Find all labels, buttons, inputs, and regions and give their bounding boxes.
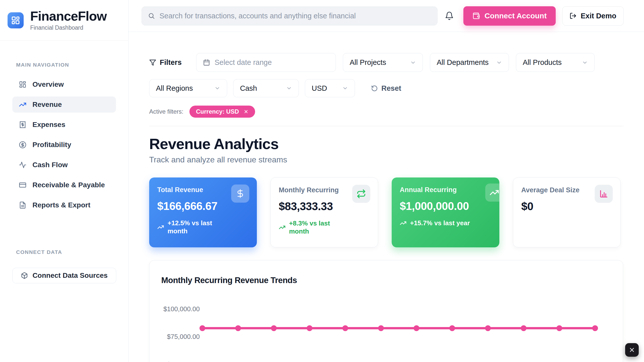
active-filter-chip-label: Currency: USD bbox=[196, 108, 239, 115]
bell-icon[interactable] bbox=[445, 11, 454, 20]
page-title: Revenue Analytics bbox=[149, 135, 624, 153]
departments-select[interactable]: All Departments bbox=[430, 53, 509, 72]
active-filters-label: Active filters: bbox=[149, 108, 183, 115]
trending-up-icon bbox=[490, 188, 499, 197]
chevron-down-icon bbox=[342, 85, 348, 91]
stat-icon-tile bbox=[352, 185, 370, 203]
trending-up-icon bbox=[19, 101, 26, 108]
bar-chart-icon bbox=[599, 189, 609, 199]
chart-data-point[interactable] bbox=[592, 325, 598, 331]
chart-data-point[interactable] bbox=[307, 325, 312, 331]
stat-icon-tile bbox=[231, 185, 249, 203]
search-input[interactable] bbox=[159, 12, 431, 20]
sidebar-item-cash-flow[interactable]: Cash Flow bbox=[12, 157, 116, 173]
connect-data-section-label: CONNECT DATA bbox=[16, 249, 62, 255]
chart-series bbox=[199, 325, 598, 331]
chevron-down-icon bbox=[410, 60, 416, 66]
chart-data-point[interactable] bbox=[556, 325, 562, 331]
filters-title: Filters bbox=[160, 58, 182, 67]
section-divider bbox=[149, 126, 624, 126]
regions-select-value: All Regions bbox=[156, 84, 193, 93]
chart-data-point[interactable] bbox=[342, 325, 348, 331]
products-select[interactable]: All Products bbox=[516, 53, 595, 72]
currency-select-value: USD bbox=[312, 84, 327, 93]
chevron-down-icon bbox=[496, 60, 502, 66]
sidebar-item-revenue[interactable]: Revenue bbox=[12, 97, 116, 113]
y-axis-tick: $75,000.00 bbox=[159, 333, 200, 341]
stat-card-total-revenue: Total Revenue $166,666.67 +12.5% vs last… bbox=[149, 177, 257, 247]
sidebar-item-profitability[interactable]: Profitability bbox=[12, 137, 116, 153]
stat-icon-tile bbox=[485, 184, 499, 202]
stat-change-text: +8.3% vs last month bbox=[289, 219, 341, 235]
stat-change: +12.5% vs last month bbox=[157, 219, 249, 235]
connect-account-button[interactable]: Connect Account bbox=[463, 6, 556, 26]
calendar-icon bbox=[203, 59, 210, 66]
chart-data-point[interactable] bbox=[521, 325, 527, 331]
chart-data-point[interactable] bbox=[485, 325, 491, 331]
connect-data-sources-label: Connect Data Sources bbox=[32, 272, 108, 280]
projects-select-value: All Projects bbox=[350, 58, 386, 67]
chart-data-point[interactable] bbox=[235, 325, 241, 331]
filters-label-group: Filters bbox=[149, 58, 182, 67]
sidebar-item-receivable-payable[interactable]: Receivable & Payable bbox=[12, 177, 116, 193]
filter-funnel-icon bbox=[149, 59, 156, 66]
close-button[interactable] bbox=[625, 343, 639, 357]
search-bar[interactable] bbox=[141, 6, 438, 26]
sidebar-item-reports-export[interactable]: Reports & Export bbox=[12, 197, 116, 213]
sidebar-item-label: Revenue bbox=[32, 101, 62, 109]
regions-select[interactable]: All Regions bbox=[149, 79, 227, 97]
filters-row-2: All Regions Cash USD Reset bbox=[149, 79, 624, 97]
sidebar-item-label: Expenses bbox=[32, 121, 65, 129]
sidebar-item-label: Reports & Export bbox=[32, 201, 90, 209]
receipt-icon bbox=[19, 121, 26, 128]
sidebar-item-label: Overview bbox=[32, 80, 64, 88]
trending-up-icon bbox=[157, 224, 164, 231]
stat-change: +8.3% vs last month bbox=[279, 219, 370, 235]
payment-type-select[interactable]: Cash bbox=[233, 79, 299, 97]
page-subtitle: Track and analyze all revenue streams bbox=[149, 155, 624, 165]
chart-data-point[interactable] bbox=[449, 325, 455, 331]
payment-type-select-value: Cash bbox=[240, 84, 257, 93]
chart-data-point[interactable] bbox=[271, 325, 277, 331]
sidebar-item-expenses[interactable]: Expenses bbox=[12, 117, 116, 133]
trending-up-icon bbox=[279, 224, 286, 231]
stat-change: +15.7% vs last year bbox=[400, 219, 491, 227]
stat-card-monthly-recurring: Monthly Recurring $83,333.33 +8.3% vs la… bbox=[270, 177, 378, 247]
repeat-icon bbox=[356, 189, 366, 199]
search-icon bbox=[148, 12, 155, 19]
connect-data-sources-button[interactable]: Connect Data Sources bbox=[12, 268, 116, 283]
stat-change-text: +15.7% vs last year bbox=[410, 219, 470, 227]
connect-account-label: Connect Account bbox=[485, 12, 547, 20]
date-range-input[interactable] bbox=[215, 58, 329, 67]
reset-filters-button[interactable]: Reset bbox=[371, 84, 401, 93]
close-icon[interactable] bbox=[244, 109, 249, 114]
close-icon bbox=[629, 347, 635, 353]
chart-data-point[interactable] bbox=[199, 325, 205, 331]
wallet-icon bbox=[472, 12, 480, 20]
sidebar-item-overview[interactable]: Overview bbox=[12, 76, 116, 93]
chart-data-point[interactable] bbox=[414, 325, 419, 331]
activity-icon bbox=[19, 161, 26, 169]
stat-cards-row: Total Revenue $166,666.67 +12.5% vs last… bbox=[149, 177, 624, 247]
dollar-icon bbox=[235, 189, 245, 198]
exit-demo-label: Exit Demo bbox=[581, 12, 616, 20]
chart-data-point[interactable] bbox=[378, 325, 384, 331]
y-axis-tick: $100,000.00 bbox=[159, 305, 200, 313]
mrr-trends-chart-card: Monthly Recurring Revenue Trends $100,00… bbox=[149, 260, 623, 362]
sidebar: FinanceFlow Financial Dashboard MAIN NAV… bbox=[0, 0, 129, 362]
projects-select[interactable]: All Projects bbox=[343, 53, 423, 72]
sidebar-nav: Overview Revenue Expenses Profitability … bbox=[0, 76, 128, 213]
date-range-field[interactable] bbox=[196, 53, 336, 72]
rotate-ccw-icon bbox=[371, 85, 378, 92]
stat-card-annual-recurring: Annual Recurring $1,000,000.00 +15.7% vs… bbox=[392, 177, 499, 247]
sidebar-item-label: Profitability bbox=[32, 141, 71, 149]
main-content: Filters All Projects All Departments All… bbox=[129, 32, 644, 362]
exit-demo-button[interactable]: Exit Demo bbox=[562, 6, 624, 26]
stat-card-average-deal-size: Average Deal Size $0 bbox=[513, 177, 621, 247]
filters-row-1: Filters All Projects All Departments All… bbox=[149, 53, 624, 72]
active-filter-chip-currency[interactable]: Currency: USD bbox=[189, 106, 255, 118]
departments-select-value: All Departments bbox=[437, 58, 489, 67]
products-select-value: All Products bbox=[523, 58, 562, 67]
currency-select[interactable]: USD bbox=[305, 79, 355, 97]
file-text-icon bbox=[19, 201, 26, 209]
